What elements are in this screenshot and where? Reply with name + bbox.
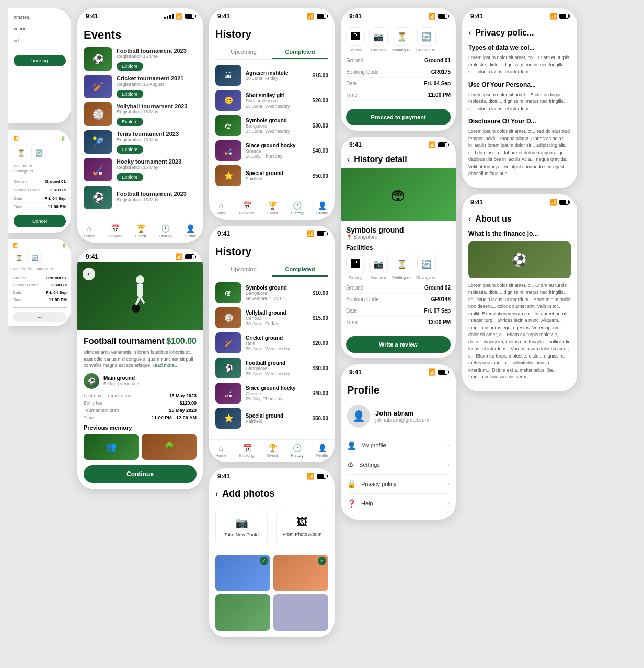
h2-nav-event[interactable]: 🏆Event xyxy=(267,201,278,215)
list-item: 🏏 Cricket ground Haiti 25 June, Wednesda… xyxy=(215,332,328,353)
about-section-title: What is the finance jo... xyxy=(468,230,571,237)
photo-cell-0[interactable]: ✓ xyxy=(215,555,270,591)
about-back-button[interactable]: ‹ xyxy=(468,214,471,224)
event-name-1: Cricket tournament 2021 xyxy=(117,75,197,82)
h2-nav-profile[interactable]: 👤Profile xyxy=(316,201,328,215)
h1-nav-booking[interactable]: 📅Booking xyxy=(239,444,255,458)
h1-nav-event[interactable]: 🏆Event xyxy=(267,444,278,458)
partial-waiting-icon: ⏳ xyxy=(14,146,28,160)
tab-completed[interactable]: Completed xyxy=(272,45,328,59)
table-row: Booking CodeGR0148 xyxy=(346,296,451,305)
profile-menu-my-profile[interactable]: 👤 My profile › xyxy=(347,436,450,455)
continue-button[interactable]: Continue xyxy=(84,465,197,483)
about-status-bar: 9:41 📶 xyxy=(462,194,577,208)
h1-tab-completed[interactable]: Completed xyxy=(272,263,328,277)
h1-nav-home[interactable]: ⌂Home xyxy=(215,444,226,458)
history2-status-icons: 📶 xyxy=(307,13,326,20)
h1-nav-history[interactable]: 🕐History xyxy=(291,444,304,458)
h1-tab-upcoming[interactable]: Upcoming xyxy=(215,263,272,277)
hdetail-back-button[interactable]: ‹ xyxy=(347,155,350,164)
svg-rect-1 xyxy=(137,284,143,297)
profile-wifi: 📶 xyxy=(428,368,436,376)
photo-cell-3[interactable] xyxy=(273,594,328,631)
partial-change-2: 🔄 xyxy=(28,251,42,264)
partial-cancel-btn[interactable]: Cancel xyxy=(14,215,66,227)
nav-item-history[interactable]: 🕐History xyxy=(159,224,172,238)
privacy-status-icons: 📶 xyxy=(549,13,569,20)
take-photo-option[interactable]: 📷 Take New Photo xyxy=(215,508,268,546)
profile-menu-privacy[interactable]: 🔒 Privacy policy › xyxy=(347,475,450,494)
h1-thumb-2: 🏏 xyxy=(215,332,242,353)
prev-memory-label: Previous memory xyxy=(84,424,197,431)
h2-nav-history[interactable]: 🕐History xyxy=(291,201,304,215)
explore-button-0[interactable]: Explore xyxy=(117,62,143,71)
event-thumb-3: 🎾 xyxy=(84,130,112,154)
read-more-link[interactable]: Read more... xyxy=(152,363,179,368)
h2-history-icon: 🕐 xyxy=(293,201,302,210)
events-list: ⚽ Football tournament 2023 Registration … xyxy=(84,47,197,213)
proceed-to-payment-button[interactable]: Procced to payment xyxy=(346,109,451,125)
history1-tabs: Upcoming Completed xyxy=(215,263,328,277)
photos-title: Add photos xyxy=(222,488,274,499)
back-button[interactable]: ‹ xyxy=(83,268,95,280)
nav-item-home[interactable]: ⌂Home xyxy=(84,224,95,238)
about-body: Lorem ipsum dolor sit amet, c... Etiam e… xyxy=(468,282,571,381)
memory-photo-0: 👥 xyxy=(84,434,139,460)
location-icon: 📍 xyxy=(346,234,352,240)
h1-nav-profile[interactable]: 👤Profile xyxy=(316,444,328,458)
privacy-section-1-body: Lorem ipsum dolor sit amet... Etiam eu t… xyxy=(468,91,571,113)
svg-point-0 xyxy=(136,275,144,284)
h1-profile-icon: 👤 xyxy=(318,444,327,452)
list-item: 🏛 Agrasen institute 20 June, Friday $15.… xyxy=(215,65,328,86)
explore-button-2[interactable]: Explore xyxy=(117,118,143,126)
h2-nav-home[interactable]: ⌂Home xyxy=(215,201,226,215)
svg-line-3 xyxy=(136,296,140,305)
write-review-button[interactable]: Write a review xyxy=(346,336,451,353)
event-reg-4: Registration 15 May xyxy=(117,165,197,170)
profile-time: 9:41 xyxy=(349,368,362,376)
photos-back-button[interactable]: ‹ xyxy=(215,489,218,499)
tab-upcoming[interactable]: Upcoming xyxy=(215,45,272,59)
ground-avatar: ⚽ xyxy=(84,373,99,389)
nav-item-profile[interactable]: 👤Profile xyxy=(185,224,197,238)
detail-status-bar: 9:41 📶 xyxy=(77,249,203,262)
profile-menu-settings[interactable]: ⚙ Settings › xyxy=(347,455,450,475)
list-item: ⚽ Football tournament 2023 Registration … xyxy=(84,186,197,209)
explore-button-1[interactable]: Explore xyxy=(117,90,143,98)
history-detail-screen: 9:41 📶 ‹ History detail 🏟 Symbols ground… xyxy=(341,137,456,358)
detail-hero: ‹ xyxy=(77,262,203,330)
h2-profile-icon: 👤 xyxy=(318,201,327,210)
history-info-1: Shot smiley girl Shot smiley girl 25 Jun… xyxy=(246,93,308,109)
photo-cell-2[interactable] xyxy=(215,594,270,631)
history-icon: 🕐 xyxy=(161,224,170,233)
history2-time: 9:41 xyxy=(217,13,230,20)
privacy-section-0-body: Lorem ipsum dolor sit amet, co... Etiam … xyxy=(468,54,571,76)
explore-button-3[interactable]: Explore xyxy=(117,145,143,154)
partial-change-icon: 🔄 xyxy=(31,146,46,160)
privacy-back-button[interactable]: ‹ xyxy=(468,28,471,38)
privacy-section-2-title: Disclosure Of Your D... xyxy=(468,118,571,125)
profile-menu-help[interactable]: ❓ Help › xyxy=(347,494,450,513)
explore-button-4[interactable]: Explore xyxy=(117,173,143,181)
events-title: Events xyxy=(84,28,197,42)
events-screen: 9:41 📶 Events ⚽ Football tournam xyxy=(77,8,203,243)
photo-cell-1[interactable]: ✓ xyxy=(273,555,328,591)
hdetail-facility-icons: 🅿 Parking 📷 Camera ⏳ Waiting ro. 🔄 Chang… xyxy=(346,255,451,280)
h1-booking-icon: 📅 xyxy=(243,444,251,452)
nav-item-booking[interactable]: 📅Booking xyxy=(108,224,123,238)
privacy-content: ‹ Privacy polic... Types of data we col.… xyxy=(462,22,577,188)
my-profile-icon: 👤 xyxy=(347,441,356,450)
profile-status-icons: 📶 xyxy=(428,368,447,376)
event-name-0: Football tournament 2023 xyxy=(117,48,197,54)
history1-bottom-nav: ⌂Home 📅Booking 🏆Event 🕐History 👤Profile xyxy=(209,439,335,462)
h2-nav-booking[interactable]: 📅Booking xyxy=(239,201,255,215)
event-reg-1: Registration 15 August xyxy=(117,82,197,87)
partial-booking-btn[interactable]: booking xyxy=(14,55,66,66)
privacy-battery xyxy=(559,14,569,19)
profile-user-info: John abram johnabram@gmail.com xyxy=(375,409,429,423)
hdetail-hero-icon: 🏟 xyxy=(341,168,456,221)
album-photo-option[interactable]: 🖼 From Photo Album xyxy=(276,508,328,546)
nav-item-event[interactable]: 🏆Event xyxy=(135,224,146,238)
h1-thumb-4: 🏑 xyxy=(215,383,242,404)
tournament-detail-screen: 9:41 📶 ‹ Football tournament xyxy=(77,249,203,489)
